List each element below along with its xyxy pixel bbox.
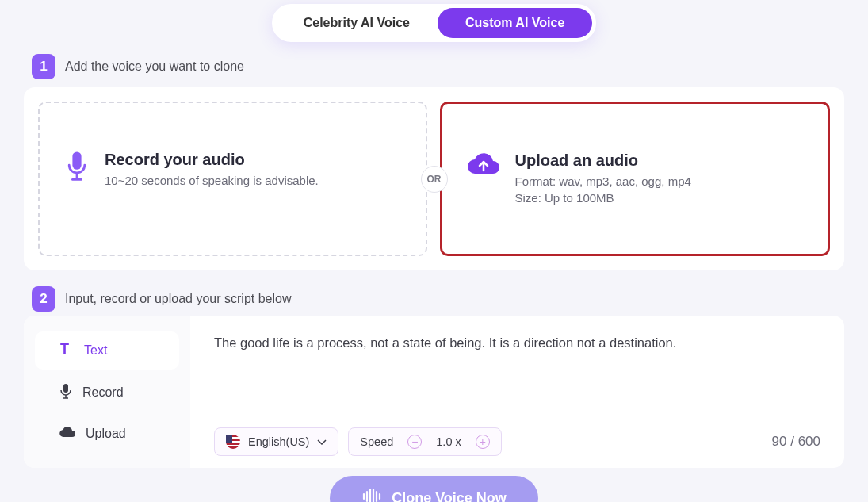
speed-value: 1.0 x (436, 435, 461, 448)
step1-badge: 1 (32, 54, 55, 79)
waveform-icon (361, 489, 382, 502)
sidebar-item-text[interactable]: T Text (35, 331, 179, 370)
input-mode-sidebar: T Text Record Upload (24, 316, 190, 468)
script-textarea[interactable]: The good life is a process, not a state … (214, 335, 820, 404)
step1-title: Add the voice you want to clone (65, 59, 244, 74)
us-flag-icon (226, 435, 240, 449)
microphone-icon (63, 151, 90, 184)
voice-type-toggle: Celebrity AI Voice Custom AI Voice (272, 4, 597, 42)
cloud-icon (59, 426, 76, 442)
text-icon: T (59, 342, 75, 359)
or-divider: OR (421, 166, 448, 193)
speed-minus-button[interactable]: − (407, 435, 422, 449)
upload-audio-format: Format: wav, mp3, aac, ogg, mp4 (515, 173, 691, 190)
sidebar-label-text: Text (84, 343, 107, 358)
clone-voice-button[interactable]: Clone Voice Now (330, 476, 538, 502)
sidebar-item-record[interactable]: Record (35, 373, 179, 412)
step2-title: Input, record or upload your script belo… (65, 292, 291, 306)
sidebar-label-upload: Upload (86, 427, 126, 441)
upload-audio-option[interactable]: Upload an audio Format: wav, mp3, aac, o… (440, 102, 831, 256)
svg-rect-0 (72, 151, 81, 169)
record-audio-option[interactable]: Record your audio 10~20 seconds of speak… (38, 102, 427, 256)
script-card: T Text Record Upload The good life is a … (24, 316, 844, 468)
clone-voice-label: Clone Voice Now (392, 490, 507, 502)
upload-audio-size: Size: Up to 100MB (515, 190, 691, 206)
svg-rect-4 (63, 384, 68, 393)
language-value: English(US) (248, 435, 309, 448)
sidebar-item-upload[interactable]: Upload (35, 416, 179, 452)
record-audio-heading: Record your audio (105, 151, 319, 169)
step2-header: 2 Input, record or upload your script be… (32, 286, 836, 312)
language-selector[interactable]: English(US) (214, 427, 338, 456)
tab-custom-voice[interactable]: Custom AI Voice (438, 8, 592, 38)
chevron-down-icon (317, 439, 327, 445)
speed-label: Speed (360, 435, 393, 448)
record-audio-desc: 10~20 seconds of speaking is advisable. (105, 172, 319, 189)
cloud-upload-icon (466, 151, 501, 180)
char-counter: 90 / 600 (772, 434, 820, 450)
speed-control: Speed − 1.0 x + (348, 427, 501, 456)
upload-audio-heading: Upload an audio (515, 151, 691, 170)
speed-plus-button[interactable]: + (476, 435, 490, 449)
tab-celebrity-voice[interactable]: Celebrity AI Voice (276, 8, 438, 38)
microphone-icon (59, 383, 73, 402)
audio-source-card: Record your audio 10~20 seconds of speak… (24, 87, 844, 270)
sidebar-label-record: Record (82, 385, 124, 400)
step2-badge: 2 (32, 286, 55, 312)
svg-text:T: T (60, 342, 69, 356)
step1-header: 1 Add the voice you want to clone (32, 54, 836, 79)
